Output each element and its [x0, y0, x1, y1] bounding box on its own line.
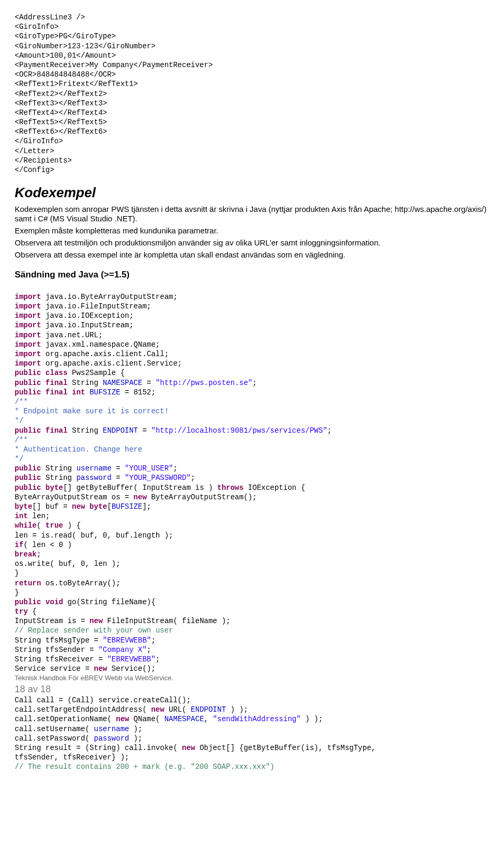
- code-text: String result = (String) call.invoke(: [15, 744, 182, 752]
- code-text: InputStream is =: [15, 617, 90, 625]
- javadoc: */: [15, 455, 24, 463]
- kw-public: public: [15, 379, 41, 387]
- code-text: len;: [28, 512, 50, 520]
- kw-if: if: [15, 541, 24, 549]
- code-text: java.io.InputStream;: [41, 321, 133, 329]
- kw-import: import: [15, 350, 41, 358]
- comment: // Replace sender with your own user: [15, 626, 173, 635]
- paragraph-intro-2: Exemplen måste kompletteras med kundunik…: [15, 226, 488, 236]
- str-literal: "YOUR_PASSWORD": [125, 474, 191, 482]
- code-text: ,: [204, 715, 213, 723]
- id-username: username: [94, 725, 129, 733]
- code-text: }: [15, 588, 19, 597]
- code-text: [] getByteBuffer( InputStream is ): [63, 484, 217, 492]
- code-text: java.io.ByteArrayOutputStream;: [41, 293, 177, 301]
- code-text: [41, 388, 45, 397]
- kw-throws: throws: [217, 484, 244, 492]
- kw-new: new: [116, 715, 129, 723]
- kw-public: public: [15, 464, 41, 473]
- code-text: ;: [173, 464, 178, 473]
- kw-final: final: [46, 388, 68, 397]
- code-text: FileInputStream( fileName );: [103, 617, 231, 625]
- id-bufsize: BUFSIZE: [112, 502, 143, 511]
- code-text: [85, 502, 89, 511]
- code-text: [41, 369, 45, 377]
- code-text: ;: [253, 379, 257, 387]
- code-text: Pws2Sample {: [68, 369, 125, 377]
- code-text: Service();: [107, 665, 155, 673]
- code-text: os.write( buf, 0, len );: [15, 560, 121, 568]
- code-text: Call call = (Call) service.createCall();: [15, 696, 191, 704]
- code-text: );: [129, 734, 142, 743]
- kw-public: public: [15, 369, 41, 377]
- code-text: ( len < 0 ): [24, 541, 72, 549]
- str-literal: "sendWithAddressing": [213, 715, 301, 723]
- code-text: }: [15, 569, 19, 577]
- str-literal: "EBREVWEBB": [103, 636, 151, 645]
- kw-byte: byte: [46, 484, 63, 492]
- kw-import: import: [15, 321, 41, 329]
- id-endpoint: ENDPOINT: [191, 705, 226, 714]
- javadoc: * Endpoint make sure it is correct!: [15, 407, 169, 415]
- code-text: go(String fileName){: [63, 598, 155, 606]
- code-text: ;: [191, 474, 195, 482]
- kw-true: true: [46, 521, 63, 530]
- kw-public: public: [15, 598, 41, 606]
- code-text: QName(: [129, 715, 164, 723]
- code-text: call.setUsername(: [15, 725, 94, 733]
- kw-class: class: [46, 369, 68, 377]
- id-username: username: [76, 464, 112, 473]
- str-literal: "EBREVWEBB": [107, 655, 155, 663]
- comment: // The result contains 200 + mark (e.g. …: [15, 763, 275, 771]
- code-text: os.toByteArray();: [41, 579, 120, 587]
- kw-import: import: [15, 331, 41, 339]
- heading-kodexempel: Kodexempel: [15, 184, 488, 201]
- paragraph-intro-4: Observera att dessa exempel inte är komp…: [15, 250, 488, 260]
- kw-new: new: [72, 502, 85, 511]
- code-text: call.setTargetEndpointAddress(: [15, 705, 151, 714]
- id-bufsize: BUFSIZE: [90, 388, 121, 397]
- code-text: [41, 379, 45, 387]
- id-endpoint: ENDPOINT: [103, 426, 138, 435]
- code-text: Service service =: [15, 665, 94, 673]
- code-text: java.net.URL;: [41, 331, 103, 339]
- paragraph-intro-1: Kodexemplen som anropar PWS tjänsten i d…: [15, 205, 488, 224]
- str-literal: "YOUR_USER": [125, 464, 173, 473]
- code-text: );: [129, 725, 142, 733]
- javadoc: * Authentication. Change here: [15, 445, 143, 454]
- code-text: = 8152;: [121, 388, 156, 397]
- xml-config-block: <AddressLine3 /> <GiroInfo> <GiroType>PG…: [15, 13, 488, 175]
- kw-int: int: [15, 512, 28, 520]
- str-literal: "Company X": [99, 646, 147, 654]
- code-text: String: [68, 426, 103, 435]
- code-text: =: [138, 426, 151, 435]
- code-text: String tfsReceiver =: [15, 655, 107, 663]
- kw-public: public: [15, 484, 41, 492]
- code-text: String: [68, 379, 103, 387]
- id-password: password: [76, 474, 112, 482]
- code-text: String: [41, 474, 76, 482]
- kw-import: import: [15, 293, 41, 301]
- code-text: =: [112, 464, 125, 473]
- kw-public: public: [15, 474, 41, 482]
- kw-void: void: [46, 598, 63, 606]
- code-text: [41, 426, 45, 435]
- kw-import: import: [15, 302, 41, 310]
- kw-new: new: [90, 617, 103, 625]
- code-text: URL(: [165, 705, 191, 714]
- kw-byte: byte: [15, 502, 32, 511]
- code-text: ;: [151, 636, 155, 645]
- code-text: org.apache.axis.client.Service;: [41, 359, 182, 368]
- id-namespace: NAMESPACE: [103, 379, 143, 387]
- kw-import: import: [15, 312, 41, 320]
- id-password: password: [94, 734, 129, 743]
- id-namespace: NAMESPACE: [165, 715, 204, 723]
- code-text: [] buf =: [32, 502, 72, 511]
- code-text: ) {: [63, 521, 81, 530]
- footer-text: Teknisk Handbok För eBREV Webb via WebSe…: [15, 674, 173, 682]
- code-text: ;: [156, 655, 160, 663]
- code-text: org.apache.axis.client.Call;: [41, 350, 169, 358]
- code-text: ) );: [226, 705, 248, 714]
- code-text: call.setPassword(: [15, 734, 94, 743]
- code-text: java.io.IOException;: [41, 312, 133, 320]
